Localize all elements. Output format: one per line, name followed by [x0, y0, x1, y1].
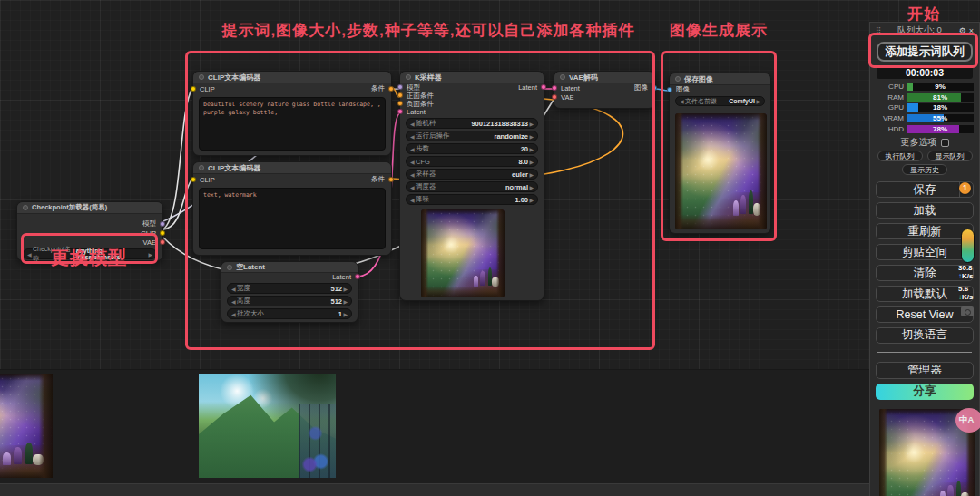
execution-timer: 00:00:03 — [877, 66, 973, 79]
clip-port[interactable] — [160, 230, 165, 236]
node-save-image[interactable]: 保存图像 图像 文件名前缀 ComfyUI — [669, 73, 771, 234]
conditioning-port[interactable] — [388, 177, 394, 182]
port-label: VAE — [143, 238, 156, 247]
more-options-checkbox[interactable] — [941, 139, 949, 147]
node-title-bar[interactable]: 空Latent — [221, 262, 358, 273]
gallery-thumbnail-left[interactable] — [0, 374, 53, 478]
widget-value: randomize — [494, 132, 528, 141]
prompt-textarea[interactable]: text, watermark — [199, 188, 386, 249]
height-widget[interactable]: 高度512 — [227, 296, 352, 306]
node-title-bar[interactable]: K采样器 — [400, 72, 544, 83]
collapse-dot-icon[interactable] — [199, 74, 204, 80]
filename-prefix-widget[interactable]: 文件名前缀 ComfyUI — [675, 96, 765, 106]
node-title-bar[interactable]: VAE解码 — [554, 72, 654, 83]
ime-floating-badge[interactable]: 中A — [956, 408, 980, 433]
gallery-thumbnail-middle[interactable] — [199, 374, 336, 478]
node-clip-text-encode-positive[interactable]: CLIP文本编码器 CLIP 条件 beautiful scenery natu… — [192, 71, 392, 156]
ksampler-preview-image — [421, 209, 505, 297]
model-port[interactable] — [397, 84, 403, 90]
comfyui-canvas[interactable]: Checkpoint加载器(简易) 模型 CLIP VAE Checkpoint… — [0, 0, 980, 496]
queue-prompt-button[interactable]: 添加提示词队列 — [877, 42, 973, 62]
collapse-dot-icon[interactable] — [23, 205, 28, 210]
widget-value: 20 — [521, 145, 528, 153]
denoise-widget[interactable]: 降噪1.00 — [406, 194, 538, 205]
close-icon[interactable]: × — [969, 26, 974, 35]
conditioning-port[interactable] — [388, 86, 394, 92]
widget-label: 高度 — [237, 297, 250, 306]
seed-widget[interactable]: 随机种900121318838313 — [406, 118, 538, 129]
reset-view-button[interactable]: Reset View — [876, 306, 974, 323]
node-ksampler[interactable]: K采样器 模型 Latent 正面条件 负面条件 Latent 随机种90012… — [399, 71, 544, 301]
more-options-row[interactable]: 更多选项 — [876, 136, 974, 149]
port-row: CLIP — [17, 229, 162, 238]
clip-port[interactable] — [191, 86, 196, 92]
steps-widget[interactable]: 步数20 — [406, 143, 538, 154]
taskbar[interactable] — [0, 483, 980, 496]
latent-port[interactable] — [552, 85, 557, 91]
show-history-button[interactable]: 显示历史 — [902, 164, 947, 175]
width-widget[interactable]: 宽度512 — [227, 283, 352, 294]
widget-label: 降噪 — [416, 195, 429, 204]
scheduler-widget[interactable]: 调度器normal — [406, 181, 538, 192]
widget-label: CFG — [416, 158, 430, 166]
widget-value: 1 — [338, 310, 342, 318]
gallery-region — [0, 369, 980, 483]
image-port[interactable] — [667, 87, 672, 92]
conditioning-port[interactable] — [397, 92, 403, 98]
model-port[interactable] — [160, 221, 165, 227]
wire-clip-positive — [163, 88, 192, 229]
cfg-widget[interactable]: CFG8.0 — [406, 156, 538, 167]
port-label: Latent — [561, 84, 580, 92]
widget-value: 512 — [330, 297, 342, 306]
queue-panel-header[interactable]: ⠿ 队列大小: 0 ⚙ × — [876, 24, 974, 36]
conditioning-port[interactable] — [397, 101, 403, 106]
load-button[interactable]: 加载 — [876, 202, 974, 219]
vae-port[interactable] — [160, 239, 165, 245]
node-title-bar[interactable]: CLIP文本编码器 — [193, 162, 391, 174]
collapse-dot-icon[interactable] — [560, 74, 565, 80]
meter-label: GPU — [876, 103, 906, 112]
node-title-bar[interactable]: Checkpoint加载器(简易) — [17, 202, 162, 214]
collapse-dot-icon[interactable] — [227, 265, 232, 270]
port-row: Latent — [400, 108, 544, 116]
control-after-generate-widget[interactable]: 运行后操作randomize — [406, 131, 538, 141]
gpu-meter: GPU 18% — [876, 103, 974, 112]
collapse-dot-icon[interactable] — [406, 74, 411, 80]
ram-meter: RAM 81% — [876, 92, 974, 102]
image-port[interactable] — [652, 85, 657, 91]
node-title-bar[interactable]: 保存图像 — [670, 73, 770, 85]
network-download-stat: 5.6 ↓K/s — [958, 285, 980, 301]
meter-value: 9% — [906, 83, 974, 91]
prompt-textarea[interactable]: beautiful scenery nature glass bottle la… — [199, 97, 386, 151]
view-queue-button[interactable]: 执行队列 — [877, 151, 923, 161]
gear-icon[interactable]: ⚙ — [959, 26, 966, 35]
cpu-meter: CPU 9% — [876, 82, 974, 91]
refresh-button[interactable]: 重刷新 — [876, 223, 974, 239]
batch-size-widget[interactable]: 批次大小1 — [227, 308, 352, 319]
collapse-dot-icon[interactable] — [199, 165, 204, 170]
node-title: CLIP文本编码器 — [208, 163, 260, 173]
show-queue-button[interactable]: 显示队列 — [927, 151, 973, 161]
annotation-change-model: 更换模型 — [51, 246, 127, 270]
camera-icon[interactable] — [961, 306, 974, 316]
latent-port[interactable] — [541, 84, 546, 90]
collapse-dot-icon[interactable] — [675, 76, 681, 82]
drag-handle-icon[interactable]: ⠿ — [876, 26, 881, 35]
node-clip-text-encode-negative[interactable]: CLIP文本编码器 CLIP 条件 text, watermark — [192, 161, 392, 256]
clipspace-button[interactable]: 剪贴空间 — [876, 244, 974, 260]
node-empty-latent[interactable]: 空Latent Latent 宽度512 高度512 批次大小1 — [220, 261, 358, 323]
meter-label: CPU — [876, 83, 906, 91]
clip-port[interactable] — [191, 177, 196, 182]
temperature-gradient-bar — [961, 229, 975, 263]
manager-button[interactable]: 管理器 — [876, 362, 974, 379]
latent-port[interactable] — [397, 109, 403, 114]
annotation-image-display: 图像生成展示 — [670, 20, 768, 41]
vae-port[interactable] — [552, 94, 557, 100]
sampler-widget[interactable]: 采样器euler — [406, 169, 538, 180]
port-row: Latent 图像 — [554, 83, 654, 92]
share-button[interactable]: 分享 — [876, 384, 974, 400]
latent-port[interactable] — [355, 274, 360, 279]
switch-language-button[interactable]: 切换语言 — [876, 327, 974, 344]
node-title-bar[interactable]: CLIP文本编码器 — [193, 72, 391, 83]
node-vae-decode[interactable]: VAE解码 Latent 图像 VAE — [554, 71, 655, 109]
